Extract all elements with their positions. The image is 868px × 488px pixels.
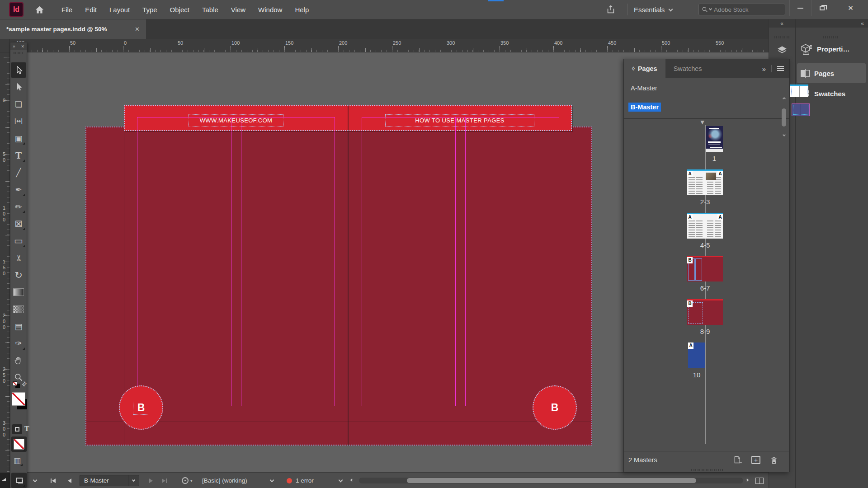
menu-object[interactable]: Object	[164, 0, 196, 19]
view-options-icon[interactable]: ▥	[14, 456, 21, 465]
indesign-app-icon[interactable]: Id	[9, 2, 24, 17]
next-page-button[interactable]	[149, 473, 153, 488]
preflight-profile-dropdown-icon[interactable]	[270, 473, 274, 488]
eyedropper-tool[interactable]: ✑	[11, 336, 26, 351]
page-thumbnail[interactable]	[706, 126, 723, 152]
formatting-affects-text-button[interactable]: T	[24, 425, 29, 433]
document-tab[interactable]: *sample master pages.indd @ 50% ✕	[0, 19, 146, 39]
dock-collapse-left[interactable]: «	[769, 19, 795, 28]
ruler-horizontal[interactable]: 10050050100150200250300350400450500550	[10, 39, 769, 52]
dock-grip-handle[interactable]	[823, 36, 839, 38]
master-badge-circle-right[interactable]: B	[533, 385, 577, 430]
page-item-4-5[interactable]: AA4-5	[624, 213, 789, 254]
master-row-a[interactable]: A-Master	[624, 79, 780, 97]
dock-grip-handle[interactable]	[774, 36, 790, 38]
panel-menu-icon[interactable]	[777, 66, 784, 71]
left-page-header-text-frame[interactable]: WWW.MAKEUSEOF.COM	[189, 114, 283, 127]
fill-swatch[interactable]	[12, 392, 25, 406]
content-collector-tool[interactable]: ▣	[11, 131, 26, 146]
page-tool[interactable]: ❏	[11, 97, 26, 112]
panel-collapse-icon[interactable]: »	[762, 65, 766, 73]
right-page-header-text-frame[interactable]: HOW TO USE MASTER PAGES	[385, 114, 534, 127]
delete-page-icon[interactable]	[769, 455, 778, 465]
formatting-affects-container-button[interactable]	[12, 424, 22, 434]
page-item-2-3[interactable]: AA2-3	[624, 169, 789, 211]
selection-tool[interactable]	[11, 62, 26, 78]
page-thumbnail[interactable]: A	[688, 343, 705, 368]
note-tool[interactable]: ▤	[11, 319, 26, 334]
ruler-vertical[interactable]: 050100150200250300	[0, 52, 10, 472]
previous-page-button[interactable]	[68, 473, 71, 488]
pages-panel-dock-button[interactable]: Pages	[797, 63, 866, 83]
scroll-right-arrow[interactable]	[746, 473, 748, 488]
master-row-b[interactable]: B-Master	[624, 98, 780, 116]
gradient-feather-tool[interactable]	[11, 301, 26, 317]
pencil-tool[interactable]: ✏	[11, 199, 26, 214]
menu-file[interactable]: File	[55, 0, 79, 19]
scissors-tool[interactable]: ✂	[11, 250, 26, 266]
line-tool[interactable]: ╱	[11, 165, 26, 180]
edit-page-size-icon[interactable]	[733, 455, 742, 465]
ruler-origin-corner[interactable]	[0, 39, 10, 52]
menu-layout[interactable]: Layout	[103, 0, 136, 19]
tools-expand-icon[interactable]: »	[13, 44, 15, 49]
horizontal-scrollbar-thumb[interactable]	[407, 478, 696, 483]
menu-type[interactable]: Type	[136, 0, 164, 19]
direct-selection-tool[interactable]	[11, 80, 26, 95]
stock-search-input[interactable]	[713, 6, 772, 14]
spread-view-button[interactable]	[755, 473, 764, 488]
menu-edit[interactable]: Edit	[79, 0, 103, 19]
dock-collapse-right[interactable]: «	[796, 19, 868, 28]
restore-button[interactable]	[811, 0, 832, 16]
share-icon[interactable]	[604, 3, 618, 16]
home-icon[interactable]	[32, 2, 47, 17]
page-thumbnail[interactable]: B	[687, 256, 723, 282]
type-tool[interactable]: T	[11, 148, 26, 163]
tools-close-icon[interactable]: ✕	[21, 44, 24, 49]
master-thumbnail[interactable]	[792, 103, 810, 116]
page-item-8-9[interactable]: B8-9	[624, 299, 789, 341]
master-badge-circle-left[interactable]: B	[119, 385, 163, 430]
minimize-button[interactable]	[789, 0, 811, 16]
preflight-menu[interactable]: ▾	[182, 473, 193, 488]
page-selector-dropdown[interactable]: B-Master	[80, 475, 139, 486]
menu-table[interactable]: Table	[196, 0, 225, 19]
page-thumbnail[interactable]: AA	[687, 169, 723, 195]
gap-tool[interactable]: |↔|	[11, 113, 26, 129]
page-item-1[interactable]: 1	[624, 126, 789, 168]
properties-panel-button[interactable]: Properti…	[799, 40, 866, 58]
page-thumbnail[interactable]: AA	[687, 213, 723, 239]
gradient-swatch-tool[interactable]	[11, 284, 26, 300]
last-page-button[interactable]	[162, 473, 167, 488]
default-fill-stroke-icon[interactable]	[13, 381, 21, 389]
tools-grip-handle[interactable]	[14, 52, 24, 54]
tab-pages[interactable]: ◊ Pages	[624, 59, 665, 78]
pen-tool[interactable]: ✒	[11, 182, 26, 197]
scroll-up-icon[interactable]	[782, 97, 785, 100]
apply-color-button[interactable]	[11, 436, 27, 452]
create-new-page-icon[interactable]: +	[751, 456, 760, 464]
hand-tool[interactable]	[11, 353, 26, 368]
menu-view[interactable]: View	[225, 0, 252, 19]
page-item-10[interactable]: A10	[624, 343, 789, 384]
master-thumbnail[interactable]	[790, 84, 808, 97]
workspace-switcher[interactable]: Essentials	[634, 0, 672, 19]
menu-window[interactable]: Window	[252, 0, 288, 19]
first-page-button[interactable]	[51, 473, 56, 488]
horizontal-scrollbar-track[interactable]	[359, 478, 743, 483]
document-tab-close-icon[interactable]: ✕	[135, 26, 140, 33]
view-dropdown-icon[interactable]	[33, 473, 37, 488]
layers-panel-button[interactable]	[774, 42, 790, 58]
rectangle-tool[interactable]: ▭	[11, 233, 26, 249]
panel-resize-grip[interactable]	[691, 469, 723, 471]
adobe-stock-search[interactable]	[698, 4, 785, 15]
tab-swatches[interactable]: Swatches	[665, 59, 710, 78]
page-thumbnail[interactable]: B	[687, 299, 723, 325]
close-button[interactable]: ✕	[833, 0, 868, 16]
error-dropdown-icon[interactable]	[339, 473, 342, 488]
menu-help[interactable]: Help	[288, 0, 315, 19]
free-transform-tool[interactable]: ↻	[11, 267, 26, 283]
screen-mode-button[interactable]	[11, 473, 27, 488]
scroll-left-arrow[interactable]	[351, 473, 353, 488]
rectangle-frame-tool[interactable]: ⊠	[11, 216, 26, 231]
